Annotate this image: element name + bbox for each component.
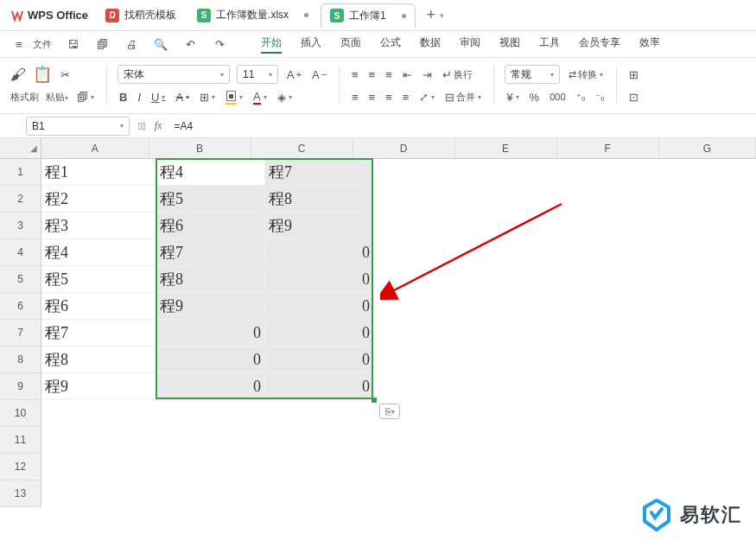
font-size-select[interactable]: 11▾ — [237, 65, 278, 84]
row-header-11[interactable]: 11 — [0, 427, 41, 454]
col-header-E[interactable]: E — [455, 138, 557, 159]
rows-cols-button[interactable]: ⊞ — [627, 67, 640, 83]
underline-button[interactable]: U▾ — [149, 89, 167, 105]
cell-C8[interactable]: 0 — [265, 347, 374, 373]
justify-button[interactable]: ≡ — [401, 89, 411, 105]
row-header-12[interactable]: 12 — [0, 454, 41, 480]
tab-templates[interactable]: D 找稻壳模板 — [97, 3, 185, 28]
col-header-A[interactable]: A — [41, 138, 149, 159]
clear-format-button[interactable]: ◈▾ — [276, 89, 294, 105]
row-header-13[interactable]: 13 — [0, 480, 41, 507]
select-all-corner[interactable]: ◢ — [0, 138, 41, 159]
paste-button[interactable]: 📋 — [33, 65, 52, 84]
indent-dec-button[interactable]: ⇤ — [401, 67, 414, 83]
col-header-F[interactable]: F — [557, 138, 659, 159]
borders-button[interactable]: ⊞▾ — [198, 89, 217, 105]
new-tab-button[interactable]: + — [422, 6, 440, 24]
tab-list-chevron-icon[interactable]: ▾ — [440, 11, 454, 20]
bold-button[interactable]: B — [118, 89, 129, 105]
tab-insert[interactable]: 插入 — [301, 35, 321, 54]
tab-formula[interactable]: 公式 — [380, 35, 401, 54]
col-header-C[interactable]: C — [251, 138, 353, 159]
merge-button[interactable]: ⊟合并▾ — [443, 89, 483, 105]
cut-button[interactable]: ✂ — [59, 67, 72, 83]
cell-A9[interactable]: 程9 — [41, 373, 156, 400]
row-header-1[interactable]: 1 — [0, 159, 41, 186]
cell-C1[interactable]: 程7 — [265, 159, 374, 186]
align-top-button[interactable]: ≡ — [350, 67, 360, 83]
cell-C2[interactable]: 程8 — [265, 186, 374, 213]
row-header-10[interactable]: 10 — [0, 400, 41, 427]
wrap-text-button[interactable]: ↵换行 — [441, 67, 474, 83]
indent-inc-button[interactable]: ⇥ — [421, 67, 434, 83]
col-header-B[interactable]: B — [149, 138, 251, 159]
undo-icon[interactable]: ↶ — [181, 38, 199, 51]
export-icon[interactable]: 🗐 — [93, 38, 111, 51]
align-left-button[interactable]: ≡ — [350, 89, 360, 105]
col-header-D[interactable]: D — [353, 138, 455, 159]
file-menu[interactable]: 文件 — [33, 38, 52, 51]
fx-icon[interactable]: fx — [155, 119, 162, 132]
cell-A6[interactable]: 程6 — [41, 293, 156, 320]
print-icon[interactable]: 🖨 — [123, 38, 140, 51]
copy-button[interactable]: 🗐▾ — [75, 89, 96, 105]
dec-inc-button[interactable]: ⁺₀ — [575, 90, 587, 105]
align-middle-button[interactable]: ≡ — [367, 67, 378, 83]
grow-font-button[interactable]: A+ — [285, 67, 303, 83]
tab-data[interactable]: 数据 — [420, 35, 441, 54]
orientation-button[interactable]: ⤢▾ — [417, 89, 436, 105]
tab-efficiency[interactable]: 效率 — [639, 35, 660, 54]
formula-input[interactable]: =A4 — [170, 120, 744, 132]
save-icon[interactable]: 🖫 — [64, 38, 81, 51]
cell-B6[interactable]: 程9 — [156, 293, 265, 320]
tab-tools[interactable]: 工具 — [539, 35, 560, 54]
cell-A8[interactable]: 程8 — [41, 347, 156, 373]
cell-A5[interactable]: 程5 — [41, 266, 156, 293]
cancel-formula-icon[interactable]: ✕⃝ — [138, 120, 146, 132]
cell-B8[interactable]: 0 — [156, 347, 265, 373]
cell-B7[interactable]: 0 — [156, 320, 265, 347]
tab-workbook-count[interactable]: S 工作簿数量.xlsx — [188, 3, 317, 28]
tab-review[interactable]: 审阅 — [460, 35, 480, 54]
spreadsheet-grid[interactable]: ◢ ABCDEFG 12345678910111213 程1程2程3程4程5程6… — [0, 138, 756, 518]
font-name-select[interactable]: 宋体▾ — [118, 65, 230, 84]
col-header-G[interactable]: G — [659, 138, 756, 159]
cell-B2[interactable]: 程5 — [156, 186, 265, 213]
tab-page[interactable]: 页面 — [340, 35, 361, 54]
paste-options-button[interactable]: ⎘▾ — [379, 404, 400, 419]
hamburger-icon[interactable]: ≡ — [10, 38, 28, 51]
shrink-font-button[interactable]: A− — [310, 67, 328, 83]
cell-B9[interactable]: 0 — [156, 373, 265, 400]
preview-icon[interactable]: 🔍 — [152, 38, 169, 51]
tab-home[interactable]: 开始 — [261, 35, 282, 54]
row-header-3[interactable]: 3 — [0, 213, 41, 239]
cell-C9[interactable]: 0 — [265, 373, 374, 400]
tab-member[interactable]: 会员专享 — [579, 35, 620, 54]
cell-C4[interactable]: 0 — [265, 239, 374, 266]
paste-label[interactable]: 粘贴▾ — [46, 91, 68, 104]
fill-color-button[interactable]: 🞕▾ — [224, 88, 245, 106]
cell-A2[interactable]: 程2 — [41, 186, 156, 213]
cell-B5[interactable]: 程8 — [156, 266, 265, 293]
cell-C5[interactable]: 0 — [265, 266, 374, 293]
tab-view[interactable]: 视图 — [499, 35, 520, 54]
percent-button[interactable]: % — [528, 89, 542, 105]
format-button[interactable]: ⊡ — [627, 89, 640, 105]
convert-button[interactable]: ⇄转换▾ — [567, 67, 605, 83]
name-box[interactable]: B1 ▾ — [26, 117, 130, 136]
cell-C3[interactable]: 程9 — [265, 213, 374, 239]
align-bottom-button[interactable]: ≡ — [384, 67, 394, 83]
cell-C6[interactable]: 0 — [265, 293, 374, 320]
row-header-9[interactable]: 9 — [0, 373, 41, 400]
cell-C7[interactable]: 0 — [265, 320, 374, 347]
italic-button[interactable]: I — [136, 89, 143, 105]
row-header-4[interactable]: 4 — [0, 239, 41, 266]
cell-A7[interactable]: 程7 — [41, 320, 156, 347]
strike-button[interactable]: A▾ — [174, 89, 191, 105]
row-header-7[interactable]: 7 — [0, 320, 41, 347]
currency-button[interactable]: ¥▾ — [505, 89, 520, 105]
cell-A4[interactable]: 程4 — [41, 239, 156, 266]
row-header-8[interactable]: 8 — [0, 347, 41, 373]
row-header-6[interactable]: 6 — [0, 293, 41, 320]
comma-button[interactable]: 000 — [548, 90, 567, 104]
